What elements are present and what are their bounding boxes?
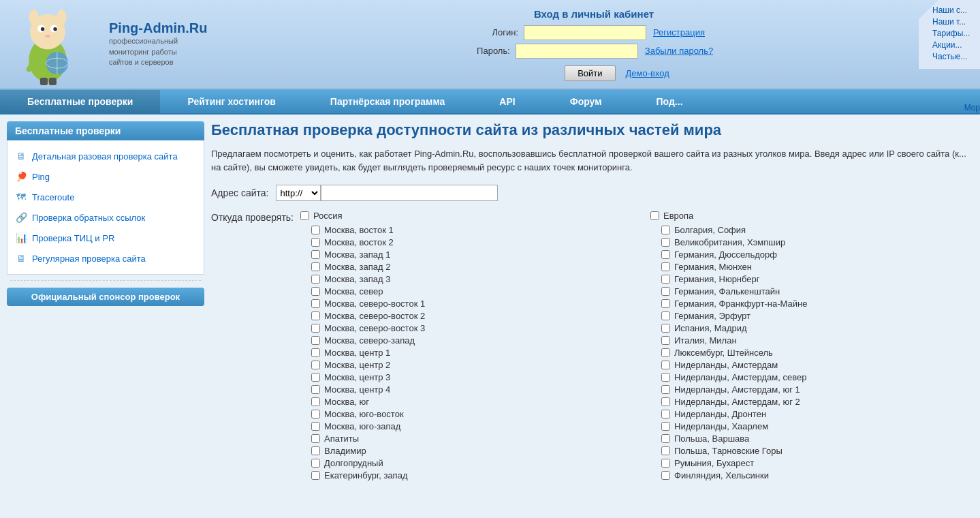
checkpoint-item: Москва, центр 1 bbox=[300, 348, 623, 358]
checkpoint-label: Нидерланды, Хаарлем bbox=[674, 421, 768, 431]
checkpoint-checkbox[interactable] bbox=[661, 422, 670, 431]
russia-checkbox[interactable] bbox=[300, 211, 309, 220]
checkpoint-checkbox[interactable] bbox=[661, 385, 670, 394]
sidebar-item-backlinks[interactable]: 🔗 Проверка обратных ссылок bbox=[7, 207, 204, 228]
checkpoint-label: Италия, Милан bbox=[674, 335, 737, 346]
traceroute-icon: 🗺 bbox=[14, 190, 28, 204]
checkpoint-checkbox[interactable] bbox=[661, 262, 670, 271]
nav-free-checks[interactable]: Бесплатные проверки bbox=[0, 90, 160, 113]
forgot-link[interactable]: Забыли пароль? bbox=[645, 46, 713, 56]
sidebar-item-regular-check[interactable]: 🖥 Регулярная проверка сайта bbox=[7, 248, 204, 269]
checkpoint-checkbox[interactable] bbox=[661, 287, 670, 296]
nav-forum[interactable]: Форум bbox=[543, 90, 629, 113]
checkpoint-item: Москва, центр 3 bbox=[300, 372, 623, 382]
checkpoint-label: Москва, север bbox=[324, 286, 383, 296]
sidebar-title: Бесплатные проверки bbox=[7, 121, 204, 140]
checkpoint-checkbox[interactable] bbox=[661, 311, 670, 320]
checkpoint-checkbox[interactable] bbox=[661, 373, 670, 382]
checkpoint-checkbox[interactable] bbox=[661, 471, 670, 480]
right-link-2[interactable]: Наши т... bbox=[932, 17, 966, 27]
right-link-5[interactable]: Частые... bbox=[932, 52, 967, 61]
checkpoint-checkbox[interactable] bbox=[311, 471, 320, 480]
checkpoint-checkbox[interactable] bbox=[311, 262, 320, 271]
right-link-3[interactable]: Тарифы... bbox=[932, 29, 970, 38]
checkpoint-item: Москва, северо-восток 2 bbox=[300, 311, 623, 321]
checkpoint-checkbox[interactable] bbox=[311, 459, 320, 468]
checkpoint-checkbox[interactable] bbox=[661, 299, 670, 308]
checkpoint-checkbox[interactable] bbox=[311, 226, 320, 234]
checkpoint-checkbox[interactable] bbox=[311, 373, 320, 382]
sidebar: Бесплатные проверки 🖥 Детальная разовая … bbox=[7, 121, 204, 517]
password-input[interactable] bbox=[516, 44, 638, 59]
checkpoint-checkbox[interactable] bbox=[661, 434, 670, 443]
checkpoint-checkbox[interactable] bbox=[311, 446, 320, 455]
checkpoint-checkbox[interactable] bbox=[311, 410, 320, 418]
checkpoint-label: Владимир bbox=[324, 446, 366, 456]
checkpoint-item: Москва, юго-восток bbox=[300, 409, 623, 419]
checkpoint-checkbox[interactable] bbox=[661, 459, 670, 468]
checkpoint-checkbox[interactable] bbox=[661, 336, 670, 345]
protocol-select[interactable]: http:// https:// bbox=[276, 185, 321, 201]
right-link-1[interactable]: Наши с... bbox=[932, 5, 967, 15]
checkpoint-label: Екатеринбург, запад bbox=[324, 470, 407, 481]
checkpoint-checkbox[interactable] bbox=[661, 446, 670, 455]
checkpoint-checkbox[interactable] bbox=[311, 336, 320, 345]
register-link[interactable]: Регистрация bbox=[653, 27, 705, 37]
checkpoint-checkbox[interactable] bbox=[311, 311, 320, 320]
login-input[interactable] bbox=[524, 25, 646, 40]
checkpoint-checkbox[interactable] bbox=[311, 324, 320, 333]
nav-more[interactable]: Под... bbox=[629, 90, 710, 113]
svg-point-7 bbox=[53, 27, 57, 31]
sidebar-item-tic-pr[interactable]: 📊 Проверка ТИЦ и PR bbox=[7, 228, 204, 248]
checkpoint-label: Москва, центр 3 bbox=[324, 372, 390, 382]
checkpoint-checkbox[interactable] bbox=[661, 238, 670, 247]
checkpoint-checkbox[interactable] bbox=[661, 250, 670, 259]
checkpoint-item: Москва, центр 2 bbox=[300, 360, 623, 370]
checkpoint-item: Германия, Нюрнберг bbox=[650, 274, 973, 284]
demo-link[interactable]: Демо-вход bbox=[626, 68, 669, 78]
checkpoint-label: Германия, Нюрнберг bbox=[674, 274, 760, 284]
monitor-icon: 🖥 bbox=[14, 149, 28, 163]
checkpoint-checkbox[interactable] bbox=[661, 361, 670, 369]
regions-container: Россия Москва, восток 1Москва, восток 2М… bbox=[300, 211, 973, 483]
nav-hosting-rating[interactable]: Рейтинг хостингов bbox=[160, 90, 302, 113]
nav-partner-program[interactable]: Партнёрская программа bbox=[303, 90, 473, 113]
url-input[interactable] bbox=[321, 185, 498, 201]
checkpoint-checkbox[interactable] bbox=[661, 324, 670, 333]
sidebar-item-detail-check[interactable]: 🖥 Детальная разовая проверка сайта bbox=[7, 146, 204, 166]
checkpoint-checkbox[interactable] bbox=[311, 275, 320, 284]
right-link-4[interactable]: Акции... bbox=[932, 40, 962, 50]
checkpoint-checkbox[interactable] bbox=[311, 250, 320, 259]
checkpoint-checkbox[interactable] bbox=[661, 226, 670, 234]
brand-tagline: профессиональный мониторинг работы сайто… bbox=[109, 36, 197, 67]
login-button[interactable]: Войти bbox=[565, 65, 615, 81]
checkpoint-checkbox[interactable] bbox=[311, 361, 320, 369]
europe-checkpoints: Болгария, СофияВеликобритания, ХэмпширГе… bbox=[650, 225, 973, 481]
checkpoint-checkbox[interactable] bbox=[311, 238, 320, 247]
sidebar-item-traceroute[interactable]: 🗺 Traceroute bbox=[7, 187, 204, 207]
checkpoint-item: Москва, центр 4 bbox=[300, 384, 623, 395]
checkpoint-checkbox[interactable] bbox=[311, 299, 320, 308]
checkpoint-checkbox[interactable] bbox=[661, 397, 670, 406]
checkpoint-label: Москва, запад 2 bbox=[324, 262, 391, 272]
checkpoint-item: Испания, Мадрид bbox=[650, 323, 973, 333]
checkpoint-checkbox[interactable] bbox=[311, 385, 320, 394]
europe-checkbox[interactable] bbox=[650, 211, 659, 220]
checkpoint-checkbox[interactable] bbox=[311, 397, 320, 406]
checkpoint-label: Нидерланды, Амстердам bbox=[674, 360, 778, 370]
checkpoint-label: Германия, Франкфурт-на-Майне bbox=[674, 299, 807, 309]
sidebar-item-ping[interactable]: 🏓 Ping bbox=[7, 166, 204, 187]
checkpoint-checkbox[interactable] bbox=[311, 434, 320, 443]
checkpoint-checkbox[interactable] bbox=[661, 348, 670, 357]
nav-api[interactable]: API bbox=[472, 90, 542, 113]
checkpoint-checkbox[interactable] bbox=[311, 422, 320, 431]
checkpoint-checkbox[interactable] bbox=[311, 348, 320, 357]
checkpoint-item: Нидерланды, Амстердам bbox=[650, 360, 973, 370]
checkpoint-checkbox[interactable] bbox=[661, 410, 670, 418]
checkpoint-checkbox[interactable] bbox=[311, 287, 320, 296]
checkpoint-checkbox[interactable] bbox=[661, 275, 670, 284]
checkpoint-label: Москва, центр 4 bbox=[324, 384, 390, 395]
checkpoint-label: Нидерланды, Амстердам, юг 2 bbox=[674, 397, 800, 407]
checkpoint-label: Польша, Варшава bbox=[674, 433, 749, 444]
checkpoint-label: Румыния, Бухарест bbox=[674, 458, 754, 468]
